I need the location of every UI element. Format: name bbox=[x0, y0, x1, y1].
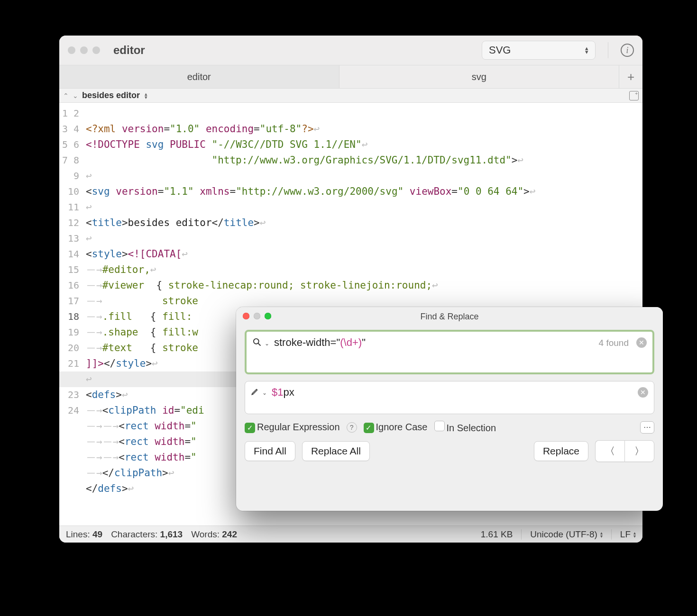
replace-field[interactable]: ⌄ $1px ✕ bbox=[245, 381, 654, 414]
window-controls bbox=[68, 46, 100, 54]
sb-filesize: 1.61 KB bbox=[481, 529, 513, 540]
opt-inselection[interactable]: In Selection bbox=[434, 421, 496, 434]
breadcrumb-label[interactable]: besides editor bbox=[82, 91, 140, 100]
panel-titlebar: Find & Replace bbox=[236, 307, 663, 326]
encoding-select[interactable]: Unicode (UTF-8) ▴▾ bbox=[530, 529, 602, 540]
find-all-button[interactable]: Find All bbox=[245, 441, 295, 461]
opt-label: In Selection bbox=[447, 423, 496, 433]
find-field[interactable]: ⌄ stroke-width="(\d+)" 4 found ✕ bbox=[245, 330, 654, 374]
tab-editor[interactable]: editor bbox=[59, 65, 339, 88]
regex-help-icon[interactable]: ? bbox=[347, 422, 357, 433]
replace-input[interactable]: $1px bbox=[272, 386, 294, 399]
new-tab-button[interactable]: + bbox=[619, 65, 642, 88]
max-dot[interactable] bbox=[92, 46, 100, 54]
info-icon[interactable]: i bbox=[621, 44, 634, 57]
search-icon bbox=[252, 337, 262, 349]
stepper-icon: ▴▾ bbox=[600, 531, 603, 538]
checkbox-on-icon: ✓ bbox=[364, 423, 374, 433]
clear-find-icon[interactable]: ✕ bbox=[636, 337, 647, 348]
sb-lines: Lines: 49 bbox=[66, 529, 102, 540]
tab-svg[interactable]: svg bbox=[339, 65, 619, 88]
opt-label: Ignore Case bbox=[376, 422, 428, 432]
panel-close-dot[interactable] bbox=[243, 313, 249, 319]
panel-window-controls bbox=[243, 313, 271, 319]
find-replace-panel: Find & Replace ⌄ stroke-width="(\d+)" 4 … bbox=[236, 307, 663, 511]
tab-label: editor bbox=[187, 72, 211, 82]
window-title: editor bbox=[113, 44, 477, 57]
find-buttons: Find All Replace All Replace 〈 〉 bbox=[245, 440, 654, 462]
min-dot[interactable] bbox=[80, 46, 88, 54]
divider bbox=[608, 42, 608, 58]
tab-label: svg bbox=[472, 72, 486, 82]
tabbar: editor svg + bbox=[59, 65, 642, 89]
opt-regex[interactable]: ✓Regular Expression bbox=[245, 422, 340, 433]
find-history-dropdown-icon[interactable]: ⌄ bbox=[265, 340, 269, 347]
filetype-select[interactable]: SVG ▴▾ bbox=[482, 41, 596, 60]
replace-all-button[interactable]: Replace All bbox=[302, 441, 370, 461]
breadcrumb-stepper-icon[interactable]: ▴▾ bbox=[145, 92, 147, 99]
svg-point-0 bbox=[254, 339, 259, 344]
breadcrumb-bar: ⌃ ⌄ besides editor ▴▾ bbox=[59, 89, 642, 103]
clear-replace-icon[interactable]: ✕ bbox=[638, 387, 648, 398]
replace-history-dropdown-icon[interactable]: ⌄ bbox=[262, 390, 267, 396]
checkbox-on-icon: ✓ bbox=[245, 423, 255, 433]
replace-button[interactable]: Replace bbox=[534, 441, 588, 461]
line-gutter: 1 2 3 4 5 6 7 8 9 10 11 12 13 14 15 16 1… bbox=[59, 103, 83, 525]
titlebar: editor SVG ▴▾ i bbox=[59, 36, 642, 65]
more-options-icon[interactable]: ⋯ bbox=[640, 421, 654, 434]
find-options: ✓Regular Expression ? ✓Ignore Case In Se… bbox=[245, 421, 654, 434]
sidebar-toggle-icon[interactable] bbox=[629, 91, 639, 100]
svg-line-1 bbox=[258, 344, 261, 346]
opt-ignorecase[interactable]: ✓Ignore Case bbox=[364, 422, 428, 433]
statusbar: Lines: 49 Characters: 1,613 Words: 242 1… bbox=[59, 525, 642, 543]
lineending-value: LF bbox=[620, 529, 631, 540]
find-input[interactable]: stroke-width="(\d+)" bbox=[274, 336, 366, 349]
filetype-value: SVG bbox=[489, 44, 511, 56]
sb-words: Words: 242 bbox=[191, 529, 237, 540]
checkbox-off-icon bbox=[434, 421, 445, 431]
panel-title-label: Find & Replace bbox=[420, 312, 478, 322]
chevron-down-icon[interactable]: ⌄ bbox=[73, 92, 78, 100]
panel-max-dot[interactable] bbox=[265, 313, 271, 319]
lineending-select[interactable]: LF ▴▾ bbox=[620, 529, 636, 540]
stepper-icon: ▴▾ bbox=[633, 531, 636, 538]
next-match-button[interactable]: 〉 bbox=[624, 440, 654, 462]
chevron-up-icon[interactable]: ⌃ bbox=[63, 92, 69, 100]
prev-match-button[interactable]: 〈 bbox=[595, 440, 624, 462]
pencil-icon bbox=[251, 387, 259, 398]
panel-min-dot[interactable] bbox=[254, 313, 260, 319]
stepper-icon: ▴▾ bbox=[585, 46, 588, 54]
encoding-value: Unicode (UTF-8) bbox=[530, 529, 597, 540]
close-dot[interactable] bbox=[68, 46, 75, 54]
match-count-label: 4 found bbox=[599, 336, 629, 348]
sb-chars: Characters: 1,613 bbox=[111, 529, 183, 540]
opt-label: Regular Expression bbox=[257, 422, 340, 432]
